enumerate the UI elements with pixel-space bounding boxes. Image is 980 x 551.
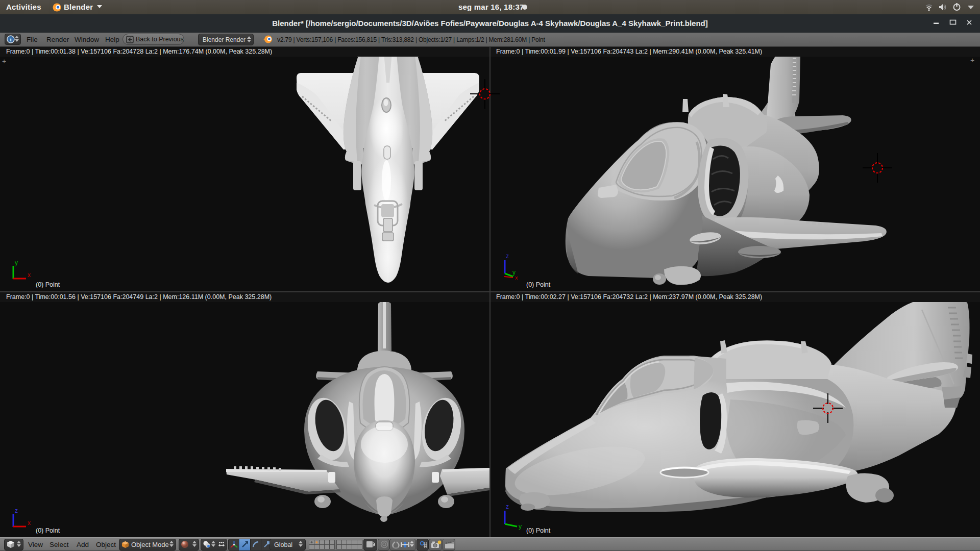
svg-text:x: x	[28, 271, 31, 279]
svg-text:x: x	[515, 274, 518, 281]
svg-text:y: y	[519, 523, 522, 530]
svg-text:z: z	[506, 503, 509, 510]
svg-text:z: z	[15, 507, 18, 514]
svg-text:x: x	[28, 519, 31, 527]
svg-text:z: z	[506, 253, 509, 260]
svg-text:i: i	[10, 36, 11, 42]
svg-text:y: y	[15, 259, 18, 266]
